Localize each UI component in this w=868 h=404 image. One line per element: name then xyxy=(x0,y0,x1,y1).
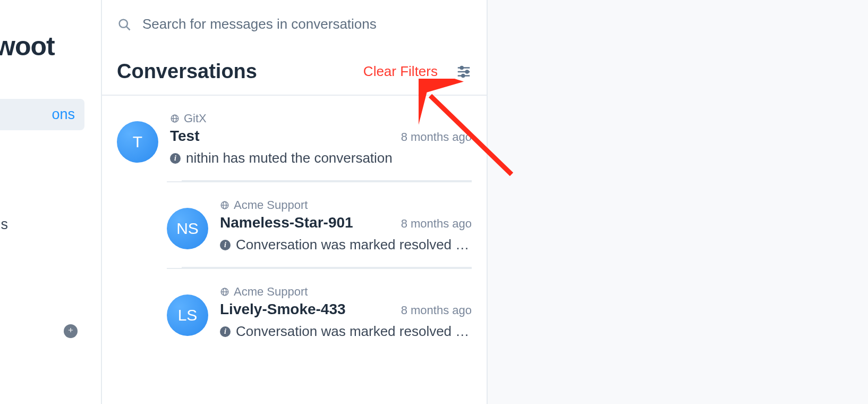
channel-name: Acme Support xyxy=(234,285,308,299)
globe-icon xyxy=(220,287,229,297)
panel-header: Conversations Clear Filters xyxy=(102,38,487,95)
add-button[interactable] xyxy=(64,324,78,338)
avatar: T xyxy=(117,121,158,163)
conversation-time: 8 months ago xyxy=(401,130,472,144)
app-logo-text: woot xyxy=(0,0,101,62)
search-bar[interactable] xyxy=(102,0,487,38)
plus-icon xyxy=(67,326,74,336)
avatar: NS xyxy=(167,208,208,249)
svg-line-1 xyxy=(126,27,130,30)
conversation-item[interactable]: T GitX Test 8 months ago xyxy=(117,96,472,180)
conversation-list: T GitX Test 8 months ago xyxy=(102,96,487,354)
conversation-title: Lively-Smoke-433 xyxy=(220,301,346,318)
conversation-preview: Conversation was marked resolved b... xyxy=(236,237,472,253)
page-title: Conversations xyxy=(117,60,257,83)
avatar: LS xyxy=(167,294,208,336)
sidebar-item-label: ons xyxy=(0,106,75,123)
globe-icon xyxy=(170,114,180,123)
globe-icon xyxy=(220,200,229,210)
channel-name: GitX xyxy=(184,112,207,125)
conversation-title: Nameless-Star-901 xyxy=(220,214,353,231)
svg-point-7 xyxy=(462,74,464,77)
sidebar-item-conversations[interactable]: ons xyxy=(0,99,84,130)
clear-filters-button[interactable]: Clear Filters xyxy=(363,63,438,80)
channel-name: Acme Support xyxy=(234,198,308,212)
filter-icon[interactable] xyxy=(456,64,472,80)
search-icon xyxy=(117,17,132,32)
sidebar-item-label: s xyxy=(0,216,8,233)
conversation-preview: Conversation was marked resolved b... xyxy=(236,323,472,340)
svg-point-3 xyxy=(461,66,463,69)
empty-pane xyxy=(488,0,868,404)
conversation-item[interactable]: NS Acme Support Nameless-Star-901 8 mont… xyxy=(167,181,472,267)
sidebar-item-secondary[interactable]: s xyxy=(0,216,8,233)
info-icon: i xyxy=(220,326,231,337)
conversation-preview: nithin has muted the conversation xyxy=(186,150,393,166)
info-icon: i xyxy=(220,240,231,250)
conversations-panel: Conversations Clear Filters T xyxy=(101,0,488,404)
info-icon: i xyxy=(170,153,181,164)
sidebar: woot ons s xyxy=(0,0,101,404)
conversation-time: 8 months ago xyxy=(401,304,472,317)
svg-point-0 xyxy=(120,19,127,27)
conversation-item[interactable]: LS Acme Support Lively-Smoke-433 8 month… xyxy=(167,268,472,354)
conversation-title: Test xyxy=(170,128,200,145)
search-input[interactable] xyxy=(142,16,472,32)
conversation-time: 8 months ago xyxy=(401,217,472,231)
svg-point-5 xyxy=(466,70,469,73)
